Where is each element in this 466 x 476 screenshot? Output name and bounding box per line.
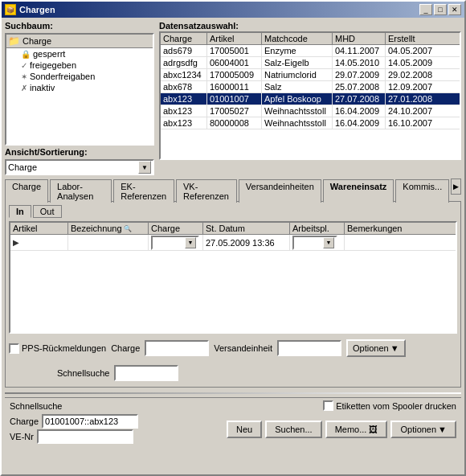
col-mhd[interactable]: MHD [333, 33, 386, 44]
footer-main-row: Charge 01001007::abx123 VE-Nr [10, 414, 456, 444]
inner-table: Artikel Bezeichnung 🔍 Charge St. Datum [9, 221, 457, 334]
col-charge[interactable]: Charge [161, 33, 207, 44]
data-label: Datensatzauswahl: [159, 21, 461, 31]
versandeinheit-field[interactable] [277, 340, 341, 356]
sort-value: Charge [8, 162, 37, 172]
tab-vk[interactable]: VK-Referenzen [176, 179, 237, 203]
schnellsuche-field-mid[interactable] [114, 365, 178, 381]
sort-combo-arrow[interactable]: ▼ [138, 161, 151, 174]
neu-button[interactable]: Neu [227, 421, 262, 438]
bottom-status-area: Schnellsuche Etiketten vom Spooler druck… [5, 391, 461, 446]
tab-labor[interactable]: Labor-Analysen [50, 179, 112, 203]
table-row[interactable]: abx12380000008Weihnachtsstoll16.04.20091… [161, 117, 460, 129]
table-row: ▶ ▼ 27.05.2009 13:36 [10, 235, 456, 251]
tree-root-label: Charge [22, 36, 51, 46]
col-artikel[interactable]: Artikel [207, 33, 262, 44]
stdatum-cell: 27.05.2009 13:36 [203, 235, 290, 250]
tab-kommis[interactable]: Kommis... [395, 179, 449, 203]
tree-item-inaktiv[interactable]: ✗ inaktiv [6, 82, 153, 93]
charge-label-mid: Charge [111, 343, 140, 353]
charge-cell: ▼ [149, 235, 203, 250]
bemerkungen-cell [345, 235, 456, 250]
pps-checkbox[interactable] [9, 343, 19, 354]
tab-versand[interactable]: Versandeinheiten [239, 179, 321, 203]
separator [5, 392, 461, 394]
close-button[interactable]: ✕ [448, 4, 461, 15]
inner-col-bezeichnung[interactable]: Bezeichnung 🔍 [68, 223, 149, 234]
tab-charge[interactable]: Charge [5, 179, 48, 203]
tab-ek[interactable]: EK-Referenzen [113, 179, 174, 203]
content-area: Suchbaum: 📁 Charge 🔒 gesperrt ✓ freigege… [2, 18, 464, 474]
data-table: Charge Artikel Matchcode MHD Erstellt ad… [159, 31, 461, 160]
charge-combo-arrow[interactable]: ▼ [185, 237, 196, 248]
charge-row: Charge 01001007::abx123 [10, 414, 138, 429]
arbeitspl-cell: ▼ [290, 235, 345, 250]
charge-combo[interactable]: ▼ [151, 236, 199, 250]
tree-item-freigegeben[interactable]: ✓ freigegeben [6, 60, 153, 71]
table-row[interactable]: abxc1234170005009Natriumclorid29.07.2009… [161, 69, 460, 81]
inner-table-body: ▶ ▼ 27.05.2009 13:36 [10, 235, 456, 332]
col-erstellt[interactable]: Erstellt [386, 33, 439, 44]
table-row[interactable]: abx12301001007Apfel Boskoop27.07.200827.… [161, 93, 460, 105]
col-matchcode[interactable]: Matchcode [262, 33, 333, 44]
lock-icon: 🔒 [21, 50, 31, 59]
tree-item-sonderfreigaben[interactable]: ✶ Sonderfreigaben [6, 71, 153, 82]
maximize-button[interactable]: □ [434, 4, 447, 15]
charge-footer-label: Charge [10, 416, 39, 426]
sort-icon: 🔍 [124, 225, 132, 232]
left-panel: Suchbaum: 📁 Charge 🔒 gesperrt ✓ freigege… [5, 21, 154, 175]
main-window: 📦 Chargen _ □ ✕ Suchbaum: 📁 Charge 🔒 [0, 0, 466, 476]
arbeitspl-combo-arrow[interactable]: ▼ [323, 237, 334, 248]
options-button-mid[interactable]: Optionen ▼ [346, 339, 406, 357]
schnellsuche-label-mid: Schnellsuche [57, 368, 109, 378]
table-row[interactable]: abx12317005027Weihnachtsstoll16.04.20092… [161, 105, 460, 117]
tab-wareneinsatz[interactable]: Wareneinsatz [323, 179, 394, 203]
tree-item-gesperrt[interactable]: 🔒 gesperrt [6, 48, 153, 60]
title-bar-text: 📦 Chargen [5, 4, 55, 15]
sort-combo[interactable]: Charge ▼ [5, 159, 154, 175]
memo-button[interactable]: Memo... 🖼 [325, 421, 388, 438]
venr-footer-label: VE-Nr [10, 432, 34, 441]
inner-col-artikel[interactable]: Artikel [10, 223, 68, 234]
versandeinheit-label: Versandeinheit [214, 343, 272, 353]
inner-col-charge[interactable]: Charge [149, 223, 203, 234]
schnellsuche-row: Schnellsuche [9, 363, 457, 384]
inner-col-stdatum[interactable]: St. Datum [203, 223, 290, 234]
tree-root-item[interactable]: 📁 Charge [6, 35, 153, 48]
schnellsuche-area: Schnellsuche Etiketten vom Spooler druck… [5, 397, 461, 446]
optionen-footer-button[interactable]: Optionen ▼ [390, 421, 456, 438]
inner-table-header: Artikel Bezeichnung 🔍 Charge St. Datum [10, 223, 456, 235]
charge-search-field[interactable] [145, 340, 209, 356]
in-out-tabs: In Out [9, 205, 457, 218]
right-panel: Datensatzauswahl: Charge Artikel Matchco… [159, 21, 461, 175]
tree-item-label: inaktiv [30, 83, 55, 92]
tab-nav-arrow[interactable]: ▶ [451, 178, 461, 195]
tab-content: In Out Artikel Bezeichnung 🔍 [5, 201, 461, 388]
charge-footer-field[interactable]: 01001007::abx123 [42, 414, 138, 429]
title-bar-buttons: _ □ ✕ [419, 4, 461, 15]
table-row[interactable]: ads67917005001Enzyme04.11.200704.05.2007 [161, 45, 460, 57]
tree-label: Suchbaum: [5, 21, 154, 31]
title-bar: 📦 Chargen _ □ ✕ [2, 2, 464, 18]
table-row[interactable]: abx67816000011Salz25.07.200812.09.2007 [161, 81, 460, 93]
tab-bottom-controls: PPS-Rückmeldungen Charge Versandeinheit … [9, 337, 457, 359]
venr-footer-field[interactable] [37, 429, 133, 444]
tab-in[interactable]: In [9, 205, 31, 218]
inner-col-bemerkungen[interactable]: Bemerkungen [345, 223, 456, 234]
schnellsuche-footer-label: Schnellsuche [10, 401, 62, 411]
table-body: ads67917005001Enzyme04.11.200704.05.2007… [161, 45, 460, 158]
inner-col-arbeitspl[interactable]: Arbeitspl. [290, 223, 345, 234]
etiketten-checkbox[interactable] [323, 400, 333, 411]
suchen-button[interactable]: Suchen... [265, 421, 321, 438]
minimize-button[interactable]: _ [419, 4, 432, 15]
folder-icon: 📁 [8, 35, 20, 47]
cross-icon: ✗ [21, 84, 27, 92]
tab-out[interactable]: Out [33, 205, 62, 218]
arbeitspl-combo[interactable]: ▼ [292, 236, 337, 250]
check-icon: ✓ [21, 61, 27, 70]
status-section: Charge 01001007::abx123 VE-Nr [10, 414, 138, 444]
bottom-buttons: Neu Suchen... Memo... 🖼 Optionen ▼ [227, 421, 456, 438]
table-row[interactable]: adrgsdfg06004001Salz-Eigelb14.05.201014.… [161, 57, 460, 69]
pps-checkbox-label: PPS-Rückmeldungen [9, 343, 106, 354]
tree-item-label: Sonderfreigaben [30, 72, 95, 81]
